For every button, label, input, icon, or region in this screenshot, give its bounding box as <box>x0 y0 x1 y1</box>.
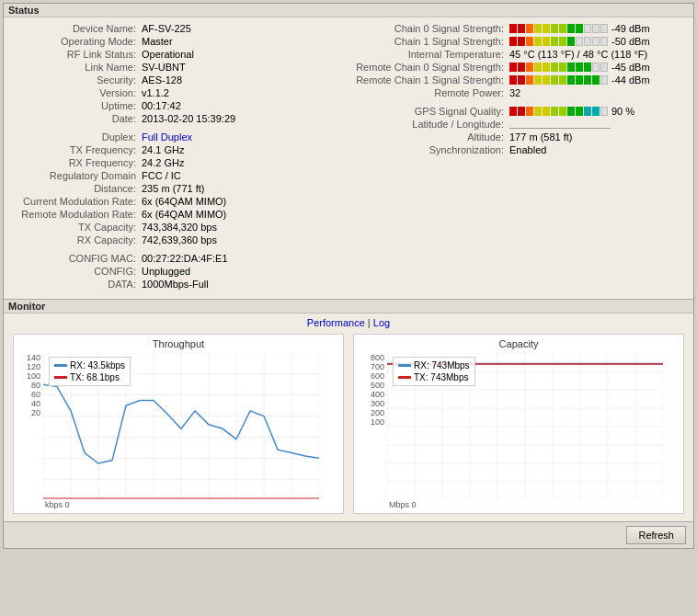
security-label: Security: <box>13 74 142 86</box>
status-left-col: Device Name: AF-SV-225 Operating Mode: M… <box>13 23 307 291</box>
remote-chain1-bar: -44 dBm <box>509 74 662 86</box>
remote-chain1-label: Remote Chain 1 Signal Strength: <box>326 74 509 86</box>
throughput-rx-legend: RX: 43.5kbps <box>54 360 125 371</box>
status-right-col: Chain 0 Signal Strength: <box>326 23 684 291</box>
tx-capacity-label: TX Capacity: <box>13 222 142 233</box>
capacity-tx-label: TX: 743Mbps <box>414 372 468 382</box>
capacity-rx-color <box>398 364 411 367</box>
rx-capacity-value: 742,639,360 bps <box>142 234 217 245</box>
internal-temp-value: 45 °C (113 °F) / 48 °C (118 °F) <box>509 49 647 60</box>
monitor-section: Monitor Performance | Log Throughput 140… <box>4 300 693 521</box>
rf-link-label: RF Link Status: <box>13 49 142 60</box>
throughput-tx-legend: TX: 68.1bps <box>54 372 125 382</box>
distance-value: 235 m (771 ft) <box>142 183 204 194</box>
throughput-tx-color <box>54 376 67 379</box>
tx-capacity-value: 743,384,320 bps <box>142 222 217 233</box>
chain1-signal-bar: -50 dBm <box>509 36 662 47</box>
duplex-value: Full Duplex <box>142 131 192 143</box>
sync-label: Synchronization: <box>326 144 509 155</box>
operating-mode-label: Operating Mode: <box>13 36 142 47</box>
remote-chain0-bar: -45 dBm <box>509 62 662 73</box>
version-value: v1.1.2 <box>142 87 169 98</box>
config-mac-label: CONFIG MAC: <box>13 253 142 264</box>
chain1-label: Chain 1 Signal Strength: <box>326 36 509 47</box>
capacity-tx-legend: TX: 743Mbps <box>398 372 470 382</box>
capacity-chart: Capacity 800 700 600 500 400 300 200 100 <box>353 334 684 514</box>
throughput-legend: RX: 43.5kbps TX: 68.1bps <box>49 357 131 386</box>
capacity-title: Capacity <box>358 338 680 349</box>
data-value: 1000Mbps-Full <box>142 279 209 290</box>
refresh-button[interactable]: Refresh <box>626 526 686 544</box>
config-label: CONFIG: <box>13 266 142 277</box>
current-mod-label: Current Modulation Rate: <box>13 196 142 207</box>
regulatory-value: FCC / IC <box>142 170 181 181</box>
remote-chain0-label: Remote Chain 0 Signal Strength: <box>326 62 509 73</box>
sync-value: Enabled <box>509 144 546 155</box>
chain1-signal-value: -50 dBm <box>611 36 662 47</box>
capacity-legend: RX: 743Mbps TX: 743Mbps <box>393 357 475 386</box>
remote-chain0-value: -45 dBm <box>611 62 662 73</box>
bottom-bar: Refresh <box>4 521 693 548</box>
security-value: AES-128 <box>142 74 182 86</box>
link-name-label: Link Name: <box>13 62 142 73</box>
link-name-value: SV-UBNT <box>142 62 186 73</box>
log-link[interactable]: Log <box>373 317 390 328</box>
uptime-label: Uptime: <box>13 100 142 111</box>
gps-quality-value: 90 % <box>611 106 662 117</box>
capacity-tx-color <box>398 376 411 379</box>
gps-quality-label: GPS Signal Quality: <box>326 106 509 117</box>
chain0-signal-value: -49 dBm <box>611 23 662 34</box>
date-value: 2013-02-20 15:39:29 <box>142 113 235 124</box>
capacity-rx-legend: RX: 743Mbps <box>398 360 470 371</box>
link-separator: | <box>365 317 373 328</box>
throughput-y-axis: 140 120 100 80 60 40 20 <box>17 353 43 427</box>
rf-link-value: Operational <box>142 49 194 60</box>
chain0-signal-bar: -49 dBm <box>509 23 662 34</box>
capacity-rx-label: RX: 743Mbps <box>414 360 470 371</box>
uptime-value: 00:17:42 <box>142 100 181 111</box>
throughput-rx-color <box>54 364 67 367</box>
altitude-label: Altitude: <box>326 131 509 143</box>
rx-freq-value: 24.2 GHz <box>142 157 184 168</box>
date-label: Date: <box>13 113 142 124</box>
internal-temp-label: Internal Temperature: <box>326 49 509 60</box>
monitor-links: Performance | Log <box>13 317 684 328</box>
remote-mod-value: 6x (64QAM MIMO) <box>142 209 226 220</box>
chain0-label: Chain 0 Signal Strength: <box>326 23 509 34</box>
charts-container: Throughput 140 120 100 80 60 40 20 <box>13 334 684 514</box>
capacity-y-axis: 800 700 600 500 400 300 200 100 <box>358 353 387 436</box>
distance-label: Distance: <box>13 183 142 194</box>
throughput-title: Throughput <box>17 338 339 349</box>
rx-freq-label: RX Frequency: <box>13 157 142 168</box>
data-label: DATA: <box>13 279 142 290</box>
altitude-value: 177 m (581 ft) <box>509 131 572 143</box>
current-mod-value: 6x (64QAM MIMO) <box>142 196 226 207</box>
remote-power-value: 32 <box>509 87 520 98</box>
performance-link[interactable]: Performance <box>307 317 365 328</box>
capacity-x-label: Mbps 0 <box>358 500 680 509</box>
remote-mod-label: Remote Modulation Rate: <box>13 209 142 220</box>
monitor-title: Monitor <box>4 300 693 314</box>
duplex-label: Duplex: <box>13 131 142 143</box>
config-value: Unplugged <box>142 266 190 277</box>
rx-capacity-label: RX Capacity: <box>13 234 142 245</box>
throughput-tx-label: TX: 68.1bps <box>70 372 120 382</box>
status-title: Status <box>4 4 693 17</box>
version-label: Version: <box>13 87 142 98</box>
device-name-label: Device Name: <box>13 23 142 34</box>
lat-lon-label: Latitude / Longitude: <box>326 119 509 130</box>
gps-quality-bar: 90 % <box>509 106 662 117</box>
tx-freq-label: TX Frequency: <box>13 144 142 155</box>
throughput-rx-label: RX: 43.5kbps <box>70 360 125 371</box>
status-section: Status Device Name: AF-SV-225 Operating … <box>4 4 693 299</box>
remote-power-label: Remote Power: <box>326 87 509 98</box>
throughput-x-label: kbps 0 <box>17 500 339 509</box>
tx-freq-value: 24.1 GHz <box>142 144 184 155</box>
remote-chain1-value: -44 dBm <box>611 74 662 86</box>
regulatory-label: Regulatory Domain <box>13 170 142 181</box>
config-mac-value: 00:27:22:DA:4F:E1 <box>142 253 228 264</box>
operating-mode-value: Master <box>142 36 173 47</box>
device-name-value: AF-SV-225 <box>142 23 191 34</box>
throughput-chart: Throughput 140 120 100 80 60 40 20 <box>13 334 344 514</box>
